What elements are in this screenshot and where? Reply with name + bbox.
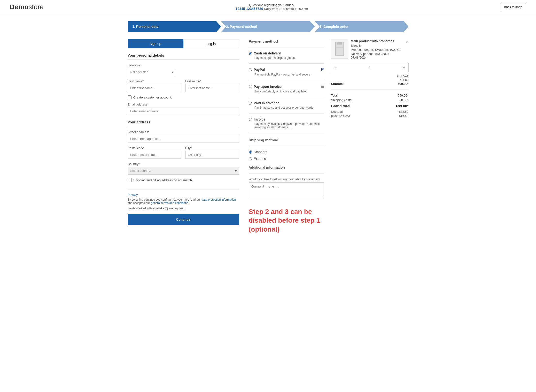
- fields-note: Fields marked with asterisks (*) are req…: [128, 207, 239, 210]
- vat-row: plus 20% VAT €16.50: [331, 114, 409, 118]
- email-label: Email address*: [128, 103, 239, 106]
- postal-label: Postal code: [128, 146, 181, 150]
- payment-option-cod: Cash on delivery Payment upon receipt of…: [249, 51, 324, 60]
- grand-total-row: Grand total €99.00*: [331, 104, 409, 108]
- payment-option-invoice-pay: Pay upon invoice ☰ Buy comfortably on in…: [249, 84, 324, 93]
- product-image: [331, 39, 348, 59]
- checkout-steps: 1. Personal data 2. Payment method 3. Co…: [128, 21, 409, 32]
- continue-button[interactable]: Continue: [128, 214, 239, 225]
- step-3: 3. Complete order: [315, 21, 409, 32]
- radio-express[interactable]: [249, 157, 252, 160]
- radio-standard[interactable]: [249, 151, 252, 154]
- invoice-pay-label: Pay upon invoice: [254, 85, 282, 89]
- cod-label: Cash on delivery: [254, 51, 281, 55]
- size-value: S: [359, 44, 361, 47]
- svg-rect-1: [337, 42, 342, 45]
- postal-city-row: Postal code City*: [128, 146, 239, 162]
- shipping-section: Shipping method Standard Express: [249, 138, 324, 161]
- step-2-label: 2. Payment method: [226, 25, 257, 29]
- street-input[interactable]: [128, 135, 239, 143]
- country-wrapper: Select country... Germany Austria Switze…: [128, 167, 239, 175]
- advance-desc: Pay in advance and get your order afterw…: [255, 106, 324, 109]
- total-row: Total €99.00*: [331, 94, 409, 97]
- salutation-label: Salutation: [128, 63, 239, 67]
- payment-shipping-col: Payment method Cash on delivery Payment …: [249, 39, 324, 234]
- back-to-shop-button[interactable]: Back to shop: [500, 3, 526, 11]
- invoice-desc: Payment by invoice. Shopware provides au…: [255, 122, 324, 129]
- qty-decrease-button[interactable]: −: [331, 63, 340, 72]
- remove-product-button[interactable]: ×: [406, 39, 409, 44]
- tab-signup[interactable]: Sign up: [128, 39, 183, 48]
- create-account-checkbox[interactable]: [128, 95, 132, 99]
- comment-textarea[interactable]: [249, 182, 324, 199]
- total-label: Total: [331, 94, 338, 97]
- billing-mismatch-checkbox[interactable]: [128, 178, 132, 182]
- vat-label: plus 20% VAT: [331, 114, 350, 118]
- billing-mismatch-row: Shipping and billing address do not matc…: [128, 178, 239, 182]
- support-title: Questions regarding your order?: [236, 3, 308, 7]
- privacy-text: By selecting continue you confirm that y…: [128, 198, 239, 205]
- city-input[interactable]: [185, 151, 239, 159]
- grand-total-value: €99.00*: [396, 104, 409, 108]
- billing-mismatch-label: Shipping and billing address do not matc…: [133, 178, 193, 182]
- create-account-row: Create a customer account.: [128, 95, 239, 99]
- subtotal-value: €99.00*: [398, 82, 409, 86]
- express-label: Express: [254, 157, 266, 161]
- radio-advance[interactable]: [249, 102, 252, 105]
- shipping-row: Shipping costs €0.00*: [331, 98, 409, 102]
- tab-login[interactable]: Log in: [183, 39, 239, 48]
- first-name-label: First name*: [128, 79, 181, 83]
- net-row: Net total €82.50: [331, 110, 409, 113]
- country-group: Country* Select country... Germany Austr…: [128, 162, 239, 175]
- address-title: Your address: [128, 120, 239, 126]
- product-delivery: Delivery period: 05/08/2024 - 07/08/2024: [351, 52, 403, 59]
- paypal-icon: P: [321, 68, 324, 72]
- shipping-option-standard: Standard: [249, 150, 324, 154]
- annotation-text: Step 2 and 3 can be disabled before step…: [249, 207, 324, 234]
- advance-label: Paid in advance: [254, 101, 280, 105]
- first-name-input[interactable]: [128, 84, 181, 92]
- name-row: First name* Last name*: [128, 79, 239, 95]
- privacy-section: Privacy By selecting continue you confir…: [128, 189, 239, 210]
- shipping-label: Shipping costs: [331, 98, 352, 102]
- net-label: Net total: [331, 110, 343, 113]
- paypal-label: PayPal: [254, 68, 265, 72]
- data-protection-link[interactable]: data protection information: [202, 198, 236, 201]
- standard-label: Standard: [254, 150, 268, 154]
- step-3-label: 3. Complete order: [320, 25, 349, 29]
- product-size: Size: S: [351, 44, 403, 47]
- country-select[interactable]: Select country... Germany Austria Switze…: [128, 167, 239, 175]
- qty-increase-button[interactable]: +: [400, 63, 408, 72]
- salutation-wrapper: Not specified Mr. Ms. Dr.: [128, 68, 176, 76]
- radio-cod[interactable]: [249, 52, 252, 55]
- product-name: Main product with properties: [351, 39, 403, 43]
- content-row: Sign up Log in Your personal details Sal…: [128, 39, 409, 234]
- radio-invoice[interactable]: [249, 118, 252, 121]
- city-label: City*: [185, 146, 239, 150]
- right-column: Payment method Cash on delivery Payment …: [249, 39, 409, 234]
- postal-input[interactable]: [128, 151, 181, 159]
- product-number-value: SWDEMO10007.1: [375, 48, 401, 52]
- support-info: Questions regarding your order? 12345-12…: [236, 3, 308, 11]
- logo-bold: Demo: [10, 3, 29, 11]
- cod-desc: Payment upon receipt of goods.: [255, 56, 324, 60]
- radio-paypal[interactable]: [249, 68, 252, 71]
- payment-title: Payment method: [249, 39, 324, 43]
- step-2: 2. Payment method: [221, 21, 315, 32]
- email-input[interactable]: [128, 107, 239, 115]
- last-name-input[interactable]: [185, 84, 239, 92]
- invoice-doc-icon: ☰: [320, 84, 324, 89]
- terms-link[interactable]: general terms and conditions: [151, 201, 188, 205]
- step-1-label: 1. Personal data: [132, 25, 158, 29]
- privacy-text-end: .: [188, 201, 189, 205]
- salutation-select[interactable]: Not specified Mr. Ms. Dr.: [128, 68, 176, 76]
- privacy-text-mid: and accepted our: [128, 201, 151, 205]
- main-container: 1. Personal data 2. Payment method 3. Co…: [123, 21, 413, 234]
- product-info: Main product with properties Size: S Pro…: [351, 39, 403, 59]
- radio-invoice-pay[interactable]: [249, 85, 252, 88]
- order-summary: Main product with properties Size: S Pro…: [331, 39, 409, 118]
- total-value: €99.00*: [398, 94, 409, 97]
- shipping-value: €0.00*: [399, 98, 409, 102]
- additional-title: Additional information: [249, 166, 324, 169]
- payment-option-advance: Paid in advance Pay in advance and get y…: [249, 101, 324, 109]
